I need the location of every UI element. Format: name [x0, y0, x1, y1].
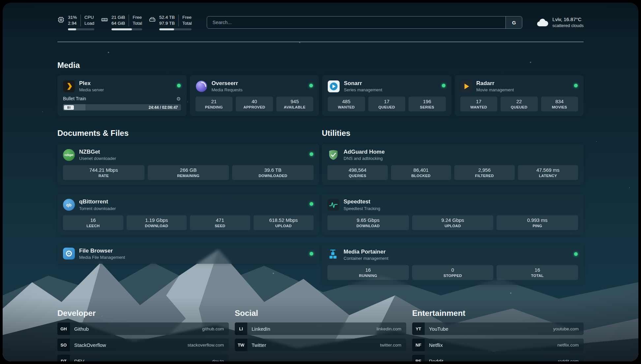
ram-labels: FreeTotal: [133, 15, 142, 26]
bookmark-url: reddit.com: [558, 359, 579, 361]
stat-box: 9.65 GbpsDOWNLOAD: [327, 215, 409, 230]
divider: [129, 15, 129, 26]
plex-card[interactable]: Plex Media server Bullet Train ⚙ 24:44 /…: [57, 75, 187, 116]
cpu-values: 31%2.94: [68, 15, 77, 26]
bookmark-stackoverflow[interactable]: SO StackOverflow stackoverflow.com: [57, 339, 229, 351]
bookmark-twitter[interactable]: TW Twitter twitter.com: [235, 339, 406, 351]
bookmark-url: youtube.com: [553, 326, 579, 331]
dashboard-screen: 31%2.94 CPULoad: [3, 3, 638, 361]
radarr-icon: [460, 80, 472, 92]
documents-column: Documents & Files nzbget NZBGet Usenet d…: [57, 129, 319, 264]
search-engine-button[interactable]: G: [505, 16, 522, 28]
app-subtitle: Series management: [344, 87, 382, 92]
stat-box: 22QUEUED: [501, 97, 538, 111]
bookmark-reddit[interactable]: RE Reddit reddit.com: [412, 355, 584, 361]
qbittorrent-card[interactable]: qb qBittorrent Torrent downloader 16LEEC…: [57, 194, 319, 235]
bookmark-badge: SO: [57, 339, 70, 351]
now-playing-title: Bullet Train: [63, 96, 86, 101]
media-section-title: Media: [57, 61, 584, 70]
nzbget-icon: nzbget: [63, 149, 75, 161]
bookmark-netflix[interactable]: NF Netflix netflix.com: [412, 339, 584, 351]
app-name: Overseerr: [212, 80, 243, 87]
top-bar: 31%2.94 CPULoad: [57, 11, 584, 34]
playback-progress-bar[interactable]: 24:44 / 02:06:47: [63, 104, 181, 110]
bookmark-name: LinkedIn: [252, 326, 270, 332]
media-section: Media Plex Media server Bullet T: [57, 61, 584, 116]
bookmark-url: twitter.com: [380, 343, 401, 348]
status-dot: [309, 84, 313, 87]
stat-box: 2,956FILTERED: [454, 165, 515, 180]
stat-box: 21PENDING: [196, 97, 233, 111]
stat-box: 0STOPPED: [412, 265, 494, 280]
cpu-labels: CPULoad: [84, 15, 94, 26]
bookmark-badge: GH: [57, 322, 70, 335]
overseerr-card[interactable]: Overseerr Media Requests 21PENDING 40APP…: [190, 75, 319, 116]
app-subtitle: Media Requests: [212, 87, 243, 92]
search-bar[interactable]: G: [207, 16, 522, 29]
weather-location: Lviv, 16.87°C: [552, 16, 584, 23]
stat-box: 834MOVIES: [541, 97, 578, 111]
nzbget-card[interactable]: nzbget NZBGet Usenet downloader 744.21 M…: [57, 144, 319, 185]
divider: [178, 15, 179, 26]
bookmark-dev[interactable]: DT DEV dev.to: [57, 355, 229, 361]
stat-box: 471SEED: [190, 215, 250, 230]
search-input[interactable]: [207, 16, 505, 28]
stat-box: 16LEECH: [63, 215, 123, 230]
disk-values: 52.4 TB97.9 TB: [159, 15, 175, 26]
header-divider: [57, 42, 584, 42]
stat-box: 266 GBREMAINING: [148, 165, 229, 180]
documents-section-title: Documents & Files: [57, 129, 319, 138]
plex-icon: [63, 80, 75, 92]
bookmark-url: netflix.com: [557, 343, 579, 348]
ram-icon: [101, 16, 108, 23]
app-name: Radarr: [476, 80, 514, 87]
app-subtitle: Speedtest Tracking: [344, 206, 380, 211]
bookmark-badge: TW: [235, 339, 247, 351]
portainer-card[interactable]: Media Portainer Container management 16R…: [322, 244, 584, 285]
bookmark-youtube[interactable]: YT YouTube youtube.com: [412, 322, 584, 335]
status-dot: [177, 84, 181, 87]
radarr-card[interactable]: Radarr Movie management 17WANTED 22QUEUE…: [455, 75, 584, 116]
bookmark-name: YouTube: [429, 326, 448, 332]
app-name: qBittorrent: [79, 198, 116, 205]
social-section-title: Social: [235, 309, 406, 318]
stat-box: 1.19 GbpsDOWNLOAD: [127, 215, 187, 230]
bookmark-github[interactable]: GH Github github.com: [57, 322, 229, 335]
weather-condition: scattered clouds: [552, 23, 584, 29]
pause-button[interactable]: [64, 105, 74, 110]
bookmark-linkedin[interactable]: LI LinkedIn linkedin.com: [235, 322, 406, 335]
stat-box: 17QUEUED: [368, 97, 406, 111]
playback-time: 24:44 / 02:06:47: [149, 104, 178, 110]
status-dot: [310, 152, 313, 156]
stat-box: 47.569 msLATENCY: [518, 165, 578, 180]
bookmark-url: linkedin.com: [377, 326, 401, 331]
sonarr-card[interactable]: Sonarr Series management 485WANTED 17QUE…: [322, 75, 451, 116]
filebrowser-icon: [63, 248, 75, 259]
stat-box: 485WANTED: [328, 97, 365, 111]
portainer-icon: [327, 249, 339, 260]
stat-box: 498,564QUERIES: [327, 165, 388, 180]
gear-icon[interactable]: ⚙: [176, 96, 181, 101]
bookmark-name: Github: [74, 326, 89, 332]
status-dot: [574, 84, 578, 87]
bookmark-badge: YT: [412, 322, 425, 335]
bookmark-url: github.com: [202, 326, 224, 331]
filebrowser-card[interactable]: File Browser Media File Management: [57, 244, 319, 264]
bookmark-name: DEV: [74, 358, 84, 361]
divider: [80, 15, 81, 26]
stat-box: 39.6 TBDOWNLOADED: [232, 165, 314, 180]
status-dot: [574, 252, 578, 256]
stat-box: 618.52 MbpsUPLOAD: [254, 215, 314, 230]
utilities-column: Utilities AdGuard Home DNS and adblockin…: [322, 129, 584, 285]
bookmark-badge: NF: [412, 339, 425, 351]
app-name: Plex: [79, 80, 104, 87]
stat-box: 9.24 GbpsUPLOAD: [412, 215, 494, 230]
disk-icon: [149, 16, 156, 23]
adguard-card[interactable]: AdGuard Home DNS and adblocking 498,564Q…: [322, 144, 584, 185]
stat-box: 17WANTED: [460, 97, 498, 111]
bookmark-badge: RE: [412, 355, 425, 361]
bookmark-name: Netflix: [429, 342, 443, 348]
speedtest-card[interactable]: Speedtest Speedtest Tracking 9.65 GbpsDO…: [322, 194, 584, 235]
qbittorrent-icon: qb: [63, 199, 75, 211]
stat-box: 744.21 MbpsRATE: [63, 165, 144, 180]
